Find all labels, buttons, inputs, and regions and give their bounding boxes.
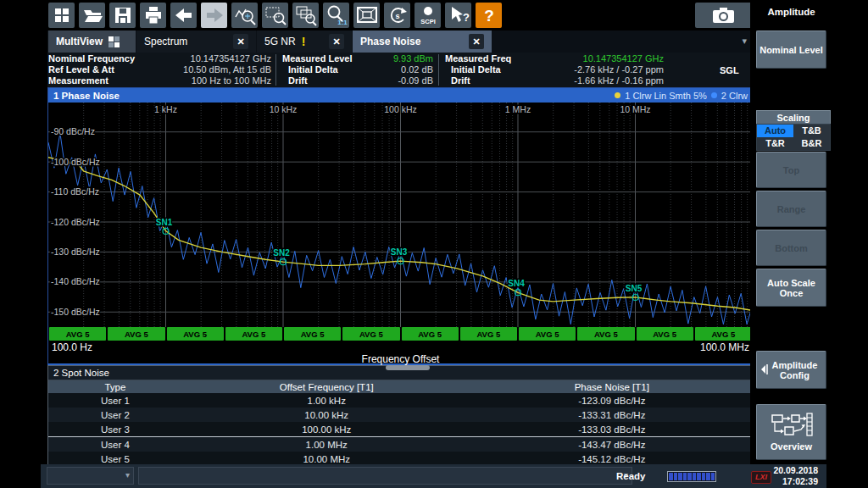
zoom-area-button[interactable] — [262, 3, 288, 28]
info-label: Drift — [445, 75, 470, 86]
trace1-color-dot — [615, 92, 620, 98]
x-axis-tick-label: 100 kHz — [384, 104, 417, 114]
open-file-button[interactable] — [79, 3, 105, 28]
y-axis-tick-label: -130 dBc/Hz — [51, 247, 100, 257]
windows-logo-icon — [53, 6, 71, 25]
auto-scale-once-button[interactable]: Auto Scale Once — [756, 269, 826, 307]
table-header-row: Type Offset Frequency [T1] Phase Noise [… — [48, 380, 753, 393]
table-row[interactable]: User 3 100.00 kHz -133.03 dBc/Hz — [48, 422, 753, 436]
info-label: Measured Freq — [445, 53, 511, 64]
status-message-dropdown[interactable]: ▾ — [138, 467, 632, 485]
channel-tab-bar: MultiView Spectrum ✕ 5G NR ! ✕ Phase Noi… — [47, 30, 754, 53]
window-title: 1 Phase Noise — [53, 91, 120, 101]
window-splitter-handle[interactable] — [386, 365, 430, 370]
zoom-rectangle-icon — [264, 4, 287, 26]
zoom-waveform-icon — [234, 4, 256, 26]
close-tab-icon[interactable]: ✕ — [469, 34, 484, 49]
tab-multiview[interactable]: MultiView — [48, 30, 136, 53]
camera-icon — [710, 5, 737, 25]
tab-overflow-dropdown-icon[interactable]: ▾ — [742, 36, 747, 47]
undo-button[interactable] — [170, 3, 197, 28]
tab-label: Spectrum — [144, 36, 187, 47]
chevron-down-icon: ▾ — [125, 470, 130, 480]
avg-segment: AVG 5 — [167, 327, 224, 341]
info-label: Initial Delta — [445, 64, 501, 75]
scaling-option-tr[interactable]: T&R — [757, 137, 793, 150]
avg-segment: AVG 5 — [402, 327, 459, 341]
trace2-legend-label: 2 Clrw — [721, 91, 748, 101]
y-axis-tick-label: -120 dBc/Hz — [51, 217, 100, 227]
scaling-option-br[interactable]: B&R — [793, 137, 830, 150]
save-button[interactable] — [109, 3, 136, 28]
avg-segment: AVG 5 — [225, 327, 282, 341]
undo-arrow-icon — [173, 5, 195, 25]
tab-spectrum[interactable]: Spectrum ✕ — [136, 30, 256, 53]
avg-segment-bar: AVG 5 AVG 5 AVG 5 AVG 5 AVG 5 AVG 5 AVG … — [49, 327, 752, 341]
zoom-one-to-one-button[interactable]: 1:1 — [323, 3, 349, 28]
x-axis-tick-label: 1 kHz — [154, 104, 177, 114]
overview-button[interactable]: Overview — [756, 404, 826, 460]
redo-button[interactable] — [201, 3, 227, 28]
x-axis-tick-label: 1 MHz — [505, 104, 531, 114]
scpi-recorder-button[interactable]: SCPI — [415, 3, 441, 28]
cell-offset: 10.00 kHz — [182, 408, 471, 422]
avg-segment: AVG 5 — [577, 327, 634, 341]
close-tab-icon[interactable]: ✕ — [233, 34, 248, 49]
scaling-option-tb[interactable]: T&B — [793, 125, 830, 137]
status-dropdown-left[interactable]: ▾ — [47, 467, 134, 485]
zoom-trace-button[interactable] — [231, 3, 258, 28]
scaling-option-auto[interactable]: Auto — [757, 125, 793, 137]
divider — [275, 54, 276, 86]
button-label: Overview — [771, 441, 812, 452]
table-row[interactable]: User 1 1.00 kHz -123.09 dBc/Hz — [48, 393, 753, 408]
button-label: Bottom — [775, 243, 808, 253]
table-row[interactable]: User 4 1.00 MHz -143.47 dBc/Hz — [48, 436, 753, 452]
info-label: Drift — [282, 75, 308, 86]
softkey-sidebar: Amplitude Nominal Level Scaling Auto T&B… — [750, 0, 868, 488]
close-tab-icon[interactable]: ✕ — [329, 34, 344, 49]
info-value: 9.93 dBm — [393, 53, 433, 64]
info-column-level: Measured Level 9.93 dBm Initial Delta 0.… — [282, 53, 433, 86]
datetime-panel: LXI 20.09.2018 17:02:39 — [750, 464, 826, 488]
display-config-button[interactable] — [353, 3, 380, 28]
cell-phase-noise: -123.09 dBc/Hz — [471, 393, 753, 408]
svg-text:s: s — [395, 12, 399, 20]
datetime-display: 20.09.2018 17:02:39 — [772, 465, 818, 487]
print-button[interactable] — [140, 3, 166, 28]
tab-phase-noise[interactable]: Phase Noise ✕ — [353, 30, 492, 53]
x-axis-stop-label: 100.0 MHz — [700, 341, 749, 353]
trace2-color-dot — [711, 92, 717, 98]
phase-noise-window: 1 Phase Noise 1 Clrw Lin Smth 5% 2 Clrw … — [47, 87, 754, 365]
warning-icon: ! — [302, 35, 306, 48]
multi-zoom-button[interactable] — [292, 3, 319, 28]
info-label: Nominal Frequency — [48, 53, 135, 64]
nominal-level-button[interactable]: Nominal Level — [756, 30, 826, 69]
screenshot-button[interactable] — [695, 3, 753, 28]
instrument-screen: 1:1 s SCPI ? — [0, 0, 868, 488]
amplitude-config-button[interactable]: Amplitude Config — [756, 351, 826, 389]
table-row[interactable]: User 2 10.00 kHz -133.31 dBc/Hz — [48, 408, 753, 422]
avg-segment: AVG 5 — [284, 327, 341, 341]
phase-noise-chart[interactable]: SN1SN2SN3SN4SN5-90 dBc/Hz-100 dBc/Hz-110… — [48, 103, 753, 327]
windows-menu-button[interactable] — [48, 3, 75, 28]
help-button[interactable]: ? — [476, 3, 502, 28]
marker-label: SN3 — [391, 247, 408, 257]
divider — [438, 54, 439, 86]
overview-flow-icon — [771, 413, 813, 438]
column-header-offset-frequency: Offset Frequency [T1] — [182, 380, 471, 393]
window-title-bar[interactable]: 1 Phase Noise 1 Clrw Lin Smth 5% 2 Clrw — [48, 88, 753, 103]
avg-segment: AVG 5 — [49, 327, 106, 341]
info-value: 10.50 dBm, Att 15 dB — [183, 64, 271, 75]
avg-segment: AVG 5 — [342, 327, 399, 341]
button-label: Range — [777, 204, 806, 214]
x-axis-title: Frequency Offset — [48, 353, 753, 365]
sweep-refresh-button[interactable]: s — [384, 3, 410, 28]
context-help-button[interactable]: ? — [445, 3, 471, 28]
refresh-circular-arrows-icon: s — [387, 4, 409, 26]
range-button: Range — [756, 191, 826, 227]
avg-segment: AVG 5 — [108, 327, 164, 341]
button-label: Top — [783, 165, 799, 175]
open-dialog-arrow-icon — [760, 363, 769, 375]
tab-5g-nr[interactable]: 5G NR ! ✕ — [257, 30, 352, 53]
y-axis-tick-label: -140 dBc/Hz — [51, 276, 100, 286]
